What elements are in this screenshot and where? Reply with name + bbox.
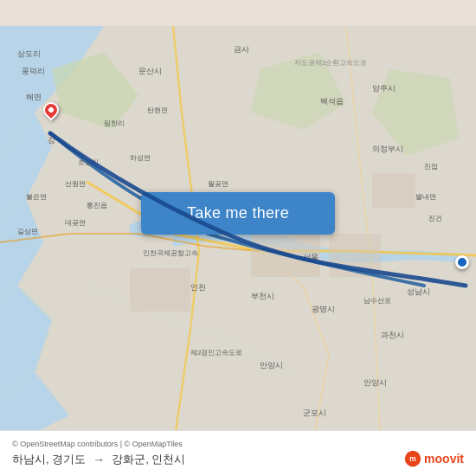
svg-text:조강리: 조강리 xyxy=(78,158,99,166)
svg-text:진접: 진접 xyxy=(424,163,438,170)
svg-text:백석읍: 백석읍 xyxy=(320,97,344,106)
svg-text:양주시: 양주시 xyxy=(372,84,396,93)
map-container: 해면 강 조강리 림한리 탄현면 문산시 풍덕리 상도리 금사 지도권제2순환고… xyxy=(0,0,476,476)
svg-text:남수선로: 남수선로 xyxy=(363,297,391,305)
svg-text:부천시: 부천시 xyxy=(251,292,274,300)
svg-text:별내면: 별내면 xyxy=(415,193,436,201)
svg-text:안양시: 안양시 xyxy=(363,378,387,387)
svg-text:성남시: 성남시 xyxy=(407,287,430,296)
svg-text:문산시: 문산시 xyxy=(138,67,162,75)
svg-text:통진읍: 통진읍 xyxy=(87,202,107,209)
svg-text:선원면: 선원면 xyxy=(65,180,86,188)
route-destination: 강화군, 인천시 xyxy=(112,452,185,467)
svg-text:금사: 금사 xyxy=(234,45,249,54)
svg-text:인천국제공항고속: 인천국제공항고속 xyxy=(143,249,198,257)
svg-text:상도리: 상도리 xyxy=(17,49,41,58)
moovit-brand: m moovit xyxy=(404,450,464,467)
svg-text:m: m xyxy=(409,454,415,463)
svg-text:지도권제2순환고속도로: 지도권제2순환고속도로 xyxy=(294,59,367,67)
svg-text:월곶면: 월곶면 xyxy=(208,180,228,188)
svg-text:하성면: 하성면 xyxy=(130,154,151,162)
svg-text:안양시: 안양시 xyxy=(260,361,283,370)
svg-text:인천: 인천 xyxy=(190,283,206,292)
map-attribution: © OpenStreetMap contributors | © OpenMap… xyxy=(12,440,464,448)
svg-text:해면: 해면 xyxy=(26,93,42,101)
svg-rect-8 xyxy=(130,268,190,312)
take-me-there-button[interactable]: Take me there xyxy=(141,192,335,235)
svg-text:대곶면: 대곶면 xyxy=(65,219,86,227)
bottom-bar: © OpenStreetMap contributors | © OpenMap… xyxy=(0,430,476,476)
svg-text:서울: 서울 xyxy=(303,253,318,261)
svg-text:탄현면: 탄현면 xyxy=(147,106,168,114)
svg-text:림한리: 림한리 xyxy=(104,119,125,127)
moovit-logo-icon: m xyxy=(404,450,421,467)
svg-text:강: 강 xyxy=(48,136,55,145)
moovit-text: moovit xyxy=(424,452,464,466)
svg-text:제2경인고속도로: 제2경인고속도로 xyxy=(190,349,242,357)
svg-text:의정부시: 의정부시 xyxy=(372,145,403,153)
svg-text:과천시: 과천시 xyxy=(381,331,404,339)
destination-marker xyxy=(455,255,469,269)
svg-rect-9 xyxy=(372,173,415,208)
svg-text:진건: 진건 xyxy=(428,215,442,222)
route-origin: 하남시, 경기도 xyxy=(12,452,86,467)
route-arrow: → xyxy=(93,453,105,466)
svg-text:불은면: 불은면 xyxy=(26,193,47,201)
route-info: 하남시, 경기도 → 강화군, 인천시 xyxy=(12,452,185,467)
svg-text:풍덕리: 풍덕리 xyxy=(22,67,45,75)
svg-text:광명시: 광명시 xyxy=(312,305,335,313)
svg-text:길상면: 길상면 xyxy=(17,228,38,235)
svg-text:군포시: 군포시 xyxy=(303,408,326,417)
